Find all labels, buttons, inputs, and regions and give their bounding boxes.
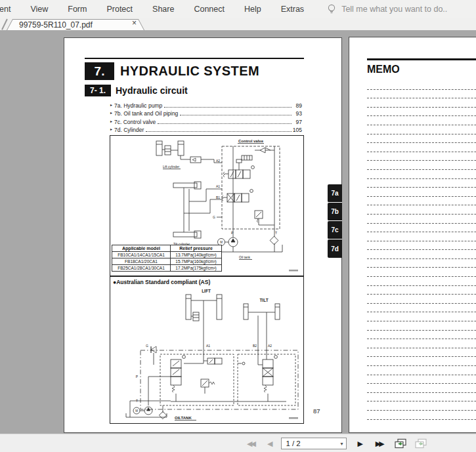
menu-bar: ent View Form Protect Share Connect Help…	[0, 0, 476, 18]
motor-label: M	[220, 241, 223, 244]
memo-line	[367, 125, 476, 134]
next-view-icon	[415, 438, 427, 449]
memo-line	[367, 81, 476, 90]
memo-lines	[367, 81, 476, 420]
document-tab[interactable]: 99759-5R110_07.pdf	[7, 19, 144, 30]
pressure-cell: 15.7MPa(160kgf/cm²)	[171, 258, 222, 265]
toc-marker-icon: ▸	[110, 110, 112, 117]
oil-tank-label: Oil tank	[239, 255, 250, 259]
memo-line	[367, 134, 476, 144]
toc-entry[interactable]: ▸ 7c. Control valve 97	[110, 117, 302, 125]
last-page-button[interactable]: ▶▶	[372, 440, 387, 448]
model-cell: FB18CA1/20CA1	[112, 258, 171, 265]
port-t-label: T	[275, 231, 277, 235]
table-header-pressure: Relief pressure	[171, 245, 222, 252]
memo-line	[367, 152, 476, 161]
page-indicator-value: 1 / 2	[282, 440, 340, 447]
pdf-page-left: 7. HYDRAULIC SYSTEM 7- 1. Hydraulic circ…	[64, 37, 342, 433]
side-tab-7d[interactable]: 7d	[328, 239, 342, 258]
toc-label: 7a. Hydraulic pump	[114, 102, 162, 109]
document-view-area[interactable]: 7. HYDRAULIC SYSTEM 7- 1. Hydraulic circ…	[0, 30, 476, 434]
toc-page-number: 105	[293, 127, 302, 133]
oiltank-label: OILTANK	[175, 416, 192, 420]
memo-line	[367, 161, 476, 170]
page-indicator-dropdown[interactable]: 1 / 2 ▾	[281, 438, 347, 449]
section-number-box: 7- 1.	[85, 85, 111, 96]
memo-line	[367, 366, 476, 375]
previous-view-button[interactable]	[395, 438, 407, 449]
menu-item-form[interactable]: Form	[58, 5, 97, 14]
next-view-button[interactable]	[415, 438, 427, 449]
memo-line	[367, 348, 476, 358]
memo-line	[367, 116, 476, 125]
menu-item-view[interactable]: View	[20, 5, 58, 14]
toc-entry[interactable]: ▸ 7d. Cylinder 105	[110, 125, 302, 134]
port-a1-label: A1	[216, 184, 220, 188]
memo-line	[367, 411, 476, 420]
memo-line	[367, 98, 476, 108]
toc-leader	[180, 115, 292, 115]
memo-line	[367, 321, 476, 331]
memo-line	[367, 286, 476, 295]
menu-item-protect[interactable]: Protect	[97, 5, 142, 14]
memo-line	[367, 224, 476, 233]
side-tab-7c[interactable]: 7c	[328, 221, 342, 239]
lift-label: LIFT	[202, 289, 211, 293]
memo-line	[367, 108, 476, 117]
toc-entry[interactable]: ▸ 7a. Hydraulic pump 89	[110, 100, 302, 109]
port-a2-label: A2	[268, 344, 272, 348]
port-a2-label: A2	[216, 159, 220, 163]
memo-line	[367, 215, 476, 224]
memo-line	[367, 384, 476, 393]
table-header-model: Applicable model	[112, 245, 171, 252]
tilt-label: TILT	[259, 298, 268, 302]
menu-item-help[interactable]: Help	[234, 5, 271, 14]
port-b1-label: B1	[216, 195, 220, 199]
hydraulic-circuit-diagram: Control valve Lift cylinder A2 A1 B1	[110, 135, 304, 276]
tab-close-icon[interactable]: ×	[132, 18, 137, 28]
menu-item-ent[interactable]: ent	[0, 5, 20, 14]
model-cell: FB10CA1/14CA1/15CA1	[112, 252, 171, 258]
motor-label: M	[135, 409, 138, 413]
partial-tab-edge	[1, 19, 7, 30]
relief-pressure-table: Applicable model Relief pressure FB10CA1…	[112, 245, 222, 272]
pressure-cell: 17.2MPa(175kgf/cm²)	[171, 265, 222, 272]
model-cell: FB25CA1/28CA1/30CA1	[112, 265, 171, 272]
drawing-code-smudge	[289, 270, 298, 272]
pressure-cell: 13.7MPa(140kgf/cm²)	[171, 252, 222, 258]
toc-leader	[158, 123, 292, 124]
chapter-number-box: 7.	[85, 62, 114, 80]
toc-label: 7c. Control valve	[114, 119, 156, 125]
side-tab-7a[interactable]: 7a	[328, 184, 342, 203]
previous-page-button[interactable]: ◀	[263, 440, 274, 448]
memo-line	[367, 331, 476, 340]
memo-line	[367, 393, 476, 402]
port-g-label: G	[146, 344, 148, 348]
side-tab-7b[interactable]: 7b	[328, 203, 342, 221]
menu-item-share[interactable]: Share	[142, 5, 184, 14]
menu-item-extras[interactable]: Extras	[271, 5, 314, 14]
toc-leader	[146, 131, 291, 132]
first-page-button[interactable]: ◀◀	[243, 440, 258, 448]
toc-marker-icon: ▸	[110, 126, 112, 133]
section-title: Hydraulic circuit	[116, 85, 188, 96]
tab-bar: 99759-5R110_07.pdf ×	[0, 18, 476, 30]
drawing-code-smudge	[289, 417, 298, 419]
tell-me-label: Tell me what you want to do..	[341, 5, 447, 14]
toc-marker-icon: ▸	[110, 118, 112, 125]
toc-entry[interactable]: ▸ 7b. Oil tank and Oil piping 93	[110, 109, 302, 117]
memo-line	[367, 143, 476, 152]
page-number: 87	[313, 407, 320, 415]
memo-line	[367, 188, 476, 197]
control-valve-label: Control valve	[238, 139, 264, 143]
australian-standard-diagram: ●Australian Standard compliant (AS) LIFT…	[110, 276, 304, 424]
memo-line	[367, 277, 476, 286]
port-p-label: P	[136, 375, 139, 379]
memo-line	[367, 312, 476, 321]
next-page-button[interactable]: ▶	[353, 440, 364, 448]
tell-me-search[interactable]: Tell me what you want to do..	[327, 4, 447, 14]
menu-item-connect[interactable]: Connect	[184, 5, 234, 14]
memo-heading: MEMO	[367, 64, 400, 75]
memo-line	[367, 339, 476, 348]
lift-cylinder-label: Lift cylinder	[163, 165, 180, 169]
